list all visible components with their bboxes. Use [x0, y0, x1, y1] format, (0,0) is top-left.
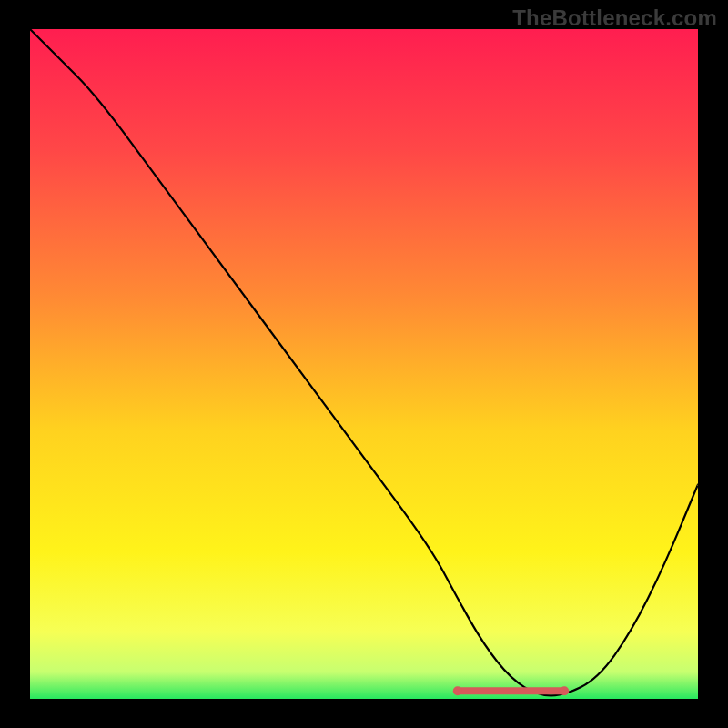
optimal-range-cap-right: [560, 686, 569, 695]
chart-frame: TheBottleneck.com: [0, 0, 728, 728]
optimal-range-cap-left: [453, 686, 462, 695]
bottleneck-curve: [30, 29, 698, 695]
bottleneck-curve-svg: [30, 29, 698, 699]
watermark-text: TheBottleneck.com: [512, 5, 717, 31]
